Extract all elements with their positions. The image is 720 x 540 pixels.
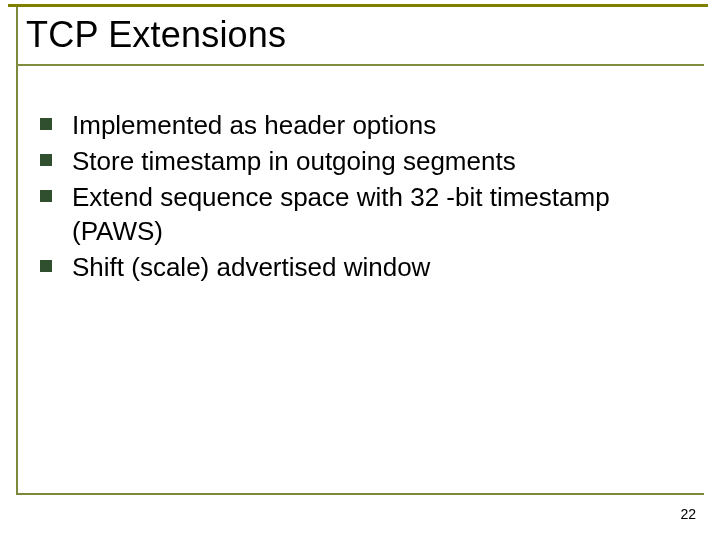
list-item-text: Shift (scale) advertised window xyxy=(72,250,430,284)
square-bullet-icon xyxy=(40,260,52,272)
list-item-text: Extend sequence space with 32 -bit times… xyxy=(72,180,680,248)
list-item-text: Store timestamp in outgoing segments xyxy=(72,144,516,178)
square-bullet-icon xyxy=(40,154,52,166)
square-bullet-icon xyxy=(40,118,52,130)
page-number: 22 xyxy=(680,506,696,522)
list-item: Extend sequence space with 32 -bit times… xyxy=(40,180,680,248)
title-underline xyxy=(16,64,704,66)
list-item-text: Implemented as header options xyxy=(72,108,436,142)
list-item: Shift (scale) advertised window xyxy=(40,250,680,284)
bullet-list: Implemented as header options Store time… xyxy=(40,108,680,286)
slide-title: TCP Extensions xyxy=(26,14,286,56)
slide: TCP Extensions Implemented as header opt… xyxy=(0,0,720,540)
list-item: Store timestamp in outgoing segments xyxy=(40,144,680,178)
square-bullet-icon xyxy=(40,190,52,202)
list-item: Implemented as header options xyxy=(40,108,680,142)
